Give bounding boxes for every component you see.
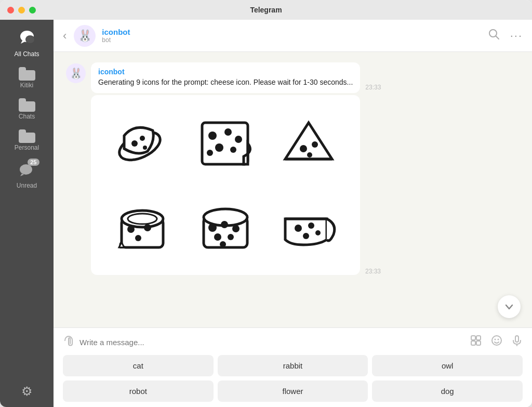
chat-area: ‹ 🐰 iconbot bot ··· — [54, 20, 532, 407]
quick-reply-cat[interactable]: cat — [63, 355, 214, 376]
message-input[interactable] — [79, 336, 464, 349]
sidebar-item-chats[interactable]: Chats — [0, 93, 54, 124]
sidebar-item-unread[interactable]: 25 Unread — [0, 155, 54, 193]
svg-point-28 — [135, 235, 141, 241]
input-row — [63, 334, 523, 350]
titlebar: Telegram — [0, 0, 532, 20]
svg-rect-43 — [476, 336, 481, 340]
quick-reply-dog[interactable]: dog — [372, 380, 523, 402]
cheese-icon-1[interactable] — [103, 104, 181, 182]
cheese-icon-5[interactable] — [187, 188, 264, 266]
chat-name: iconbot — [102, 28, 482, 36]
cheese-icon-2[interactable] — [187, 104, 264, 182]
folder-icon-kitiki — [19, 67, 35, 81]
svg-rect-45 — [476, 341, 481, 345]
svg-point-40 — [303, 233, 309, 239]
svg-rect-42 — [471, 336, 475, 340]
attach-icon[interactable] — [63, 335, 74, 349]
input-area: cat rabbit owl robot flower dog — [54, 327, 532, 407]
svg-point-25 — [128, 214, 157, 224]
folder-icon-personal — [19, 129, 35, 143]
svg-point-14 — [224, 128, 232, 136]
svg-point-20 — [300, 145, 307, 152]
svg-line-7 — [496, 36, 499, 39]
unread-badge-wrap: 25 — [19, 161, 35, 181]
svg-point-48 — [498, 339, 499, 340]
quick-replies: cat rabbit owl robot flower dog — [63, 355, 523, 402]
sidebar-label-all-chats: All Chats — [14, 50, 39, 58]
quick-reply-robot[interactable]: robot — [63, 380, 214, 402]
svg-point-16 — [215, 143, 223, 152]
icons-message-time: 23:33 — [365, 268, 381, 275]
message-row-text: 🐰 iconbot Generating 9 icons for the pro… — [66, 62, 520, 93]
message-sender: iconbot — [98, 68, 353, 76]
svg-point-36 — [220, 241, 226, 247]
svg-point-10 — [140, 136, 145, 141]
svg-point-22 — [307, 152, 312, 157]
svg-point-26 — [127, 226, 135, 233]
svg-rect-12 — [202, 123, 248, 164]
svg-point-32 — [221, 221, 228, 228]
svg-point-46 — [492, 336, 501, 345]
messages-area[interactable]: 🐰 iconbot Generating 9 icons for the pro… — [54, 52, 532, 327]
svg-point-18 — [207, 150, 213, 156]
quick-reply-owl[interactable]: owl — [372, 355, 523, 376]
svg-rect-49 — [515, 336, 518, 342]
svg-point-47 — [495, 339, 496, 340]
svg-point-33 — [232, 225, 240, 232]
sidebar-label-personal: Personal — [15, 144, 39, 151]
svg-point-35 — [228, 234, 234, 240]
message-bubble-text: iconbot Generating 9 icons for the promp… — [91, 62, 360, 93]
cheese-icon-6[interactable] — [270, 188, 348, 266]
svg-point-9 — [131, 140, 138, 147]
svg-point-38 — [295, 225, 302, 232]
window-title: Telegram — [250, 6, 282, 14]
app-window: Telegram All Chats — [0, 0, 532, 407]
close-button[interactable] — [7, 7, 14, 14]
sidebar-label-chats: Chats — [19, 113, 35, 120]
back-button[interactable]: ‹ — [63, 29, 66, 43]
sidebar-label-unread: Unread — [17, 182, 37, 189]
scroll-to-bottom-button[interactable] — [498, 295, 521, 318]
sidebar-item-kitiki[interactable]: Kitiki — [0, 62, 54, 93]
chat-bubble-unread-icon: 25 — [19, 161, 35, 181]
chat-bubble-icon — [19, 29, 35, 49]
svg-point-13 — [208, 132, 217, 140]
sidebar: All Chats Kitiki Chats Per — [0, 20, 54, 407]
svg-point-4 — [20, 164, 32, 175]
svg-point-34 — [214, 233, 221, 241]
quick-reply-flower[interactable]: flower — [218, 380, 368, 402]
chat-header: ‹ 🐰 iconbot bot ··· — [54, 20, 532, 52]
svg-point-17 — [230, 147, 236, 153]
svg-point-39 — [308, 222, 314, 229]
voice-icon[interactable] — [511, 335, 523, 349]
svg-point-11 — [143, 146, 147, 150]
message-time-text: 23:33 — [365, 84, 381, 91]
window-controls — [7, 7, 36, 14]
main-layout: All Chats Kitiki Chats Per — [0, 20, 532, 407]
cheese-icons-grid — [103, 104, 348, 266]
sticker-icon[interactable] — [470, 334, 482, 350]
minimize-button[interactable] — [18, 7, 25, 14]
icons-message-row: 23:33 — [66, 95, 520, 277]
sidebar-item-all-chats[interactable]: All Chats — [0, 24, 54, 62]
cheese-icon-3[interactable] — [270, 104, 348, 182]
quick-reply-rabbit[interactable]: rabbit — [218, 355, 368, 376]
svg-point-21 — [312, 141, 318, 148]
svg-point-41 — [315, 230, 321, 235]
search-icon[interactable] — [488, 29, 500, 43]
svg-point-27 — [144, 224, 151, 231]
sidebar-item-personal[interactable]: Personal — [0, 124, 54, 155]
emoji-icon[interactable] — [490, 334, 503, 350]
chat-header-actions: ··· — [488, 29, 523, 43]
more-options-icon[interactable]: ··· — [510, 29, 523, 43]
input-actions — [470, 334, 523, 350]
message-text: Generating 9 icons for the prompt: chees… — [98, 77, 353, 88]
cheese-icon-4[interactable] — [103, 188, 181, 266]
svg-point-31 — [208, 224, 217, 232]
bot-message-avatar: 🐰 — [66, 63, 86, 83]
sidebar-settings[interactable]: ⚙ — [0, 377, 54, 407]
chat-status: bot — [102, 36, 482, 44]
folder-icon-chats — [19, 98, 35, 112]
maximize-button[interactable] — [29, 7, 36, 14]
